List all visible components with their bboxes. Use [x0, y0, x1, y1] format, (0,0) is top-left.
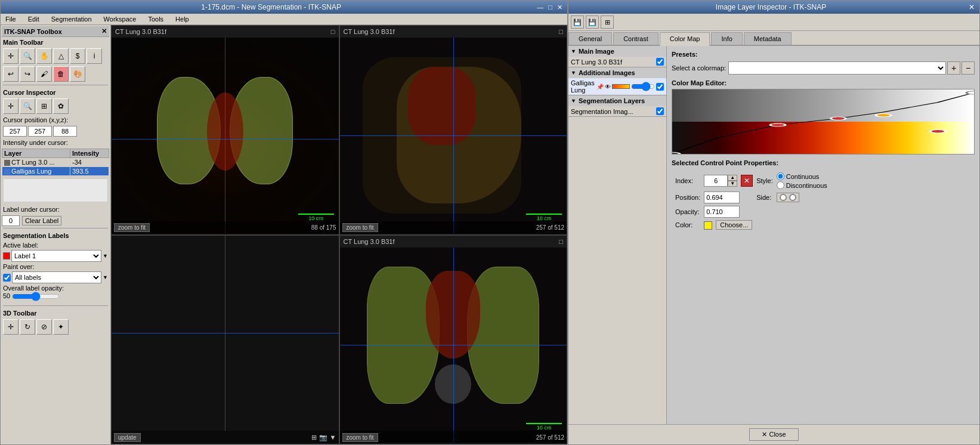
cursor-tool1[interactable]: ✛	[3, 98, 18, 114]
index-up-btn[interactable]: ▲	[728, 175, 737, 181]
minimize-btn[interactable]: —	[537, 4, 543, 11]
galligas-eye-icon[interactable]: 👁	[605, 84, 611, 90]
cursor-tool2[interactable]: 🔍	[20, 98, 35, 114]
cp-delete-btn[interactable]: ✕	[741, 175, 753, 187]
insp-tool-save1[interactable]: 💾	[571, 16, 584, 29]
3d-tool3[interactable]: ⊘	[36, 319, 52, 335]
paint-over-checkbox[interactable]	[3, 274, 11, 282]
style-label: Style:	[756, 177, 773, 184]
tab-contrast[interactable]: Contrast	[613, 32, 659, 45]
vp-blank-icon1[interactable]: ⊞	[311, 434, 317, 441]
menu-help[interactable]: Help	[173, 15, 191, 23]
tool-palette[interactable]: 🎨	[70, 66, 85, 82]
tool-crosshair[interactable]: ✛	[3, 48, 18, 64]
tool-pan[interactable]: ✋	[36, 48, 52, 64]
clear-label-btn[interactable]: Clear Label	[22, 216, 61, 225]
toolbar-3d-row: ✛ ↻ ⊘ ✦	[2, 318, 109, 336]
colormap-canvas[interactable]	[672, 89, 975, 154]
label-number-input[interactable]	[2, 215, 20, 226]
viewport-grid: CT Lung 3.0 B31f □ ≡ ⊞ A P R L	[111, 25, 567, 444]
tab-info[interactable]: Info	[711, 32, 742, 45]
vp-blank-icon2[interactable]: 📷	[319, 434, 327, 441]
cursor-tool3[interactable]: ⊞	[36, 98, 52, 114]
discontinuous-radio[interactable]	[777, 181, 784, 189]
content-area: ITK-SNAP Toolbox ✕ Main Toolbar ✛ 🔍 ✋ △ …	[1, 25, 567, 444]
seg-layer-visible[interactable]	[656, 107, 664, 115]
cp1	[770, 123, 785, 126]
index-down-btn[interactable]: ▼	[728, 181, 737, 187]
tool-paintbucket[interactable]: 🗑	[53, 66, 69, 82]
tool-undo[interactable]: ↩	[3, 66, 18, 82]
menu-tools[interactable]: Tools	[146, 15, 166, 23]
3d-tool1[interactable]: ✛	[3, 319, 18, 335]
menu-file[interactable]: File	[3, 15, 18, 23]
main-image-visible[interactable]	[656, 58, 664, 66]
cursor-y-input[interactable]: 257	[28, 126, 52, 137]
insp-tool-save2[interactable]: 💾	[586, 16, 599, 29]
seg-layers-header[interactable]: ▼ Segmentation Layers	[568, 95, 666, 106]
intensity-table: Layer Intensity CT Lung 3.0 ... -34 Gall…	[2, 149, 109, 176]
galligas-opacity-slider[interactable]	[631, 84, 655, 89]
vp-axial-corner[interactable]: □	[331, 28, 335, 35]
toolbox-close-icon[interactable]: ✕	[101, 27, 107, 35]
galligas-colorbar	[612, 84, 630, 89]
tab-colormap[interactable]: Color Map	[660, 32, 710, 46]
color-label-cell: Color:	[675, 220, 700, 230]
additional-images-header[interactable]: ▼ Additional Images	[568, 67, 666, 78]
cp-opacity-input[interactable]	[704, 206, 740, 218]
vp-cor-zoom-btn[interactable]: zoom to fit	[342, 433, 378, 442]
vp-blank-canvas[interactable]	[112, 236, 339, 431]
vp-sag-zoom-btn[interactable]: zoom to fit	[342, 223, 378, 232]
colormap-select[interactable]	[728, 61, 946, 75]
tool-redo[interactable]: ↪	[20, 66, 35, 82]
vp-cor-canvas[interactable]: S I R L	[340, 248, 567, 443]
vp-cor-corner[interactable]: □	[559, 238, 563, 245]
color-swatch[interactable]	[704, 221, 712, 230]
vp-sag-canvas[interactable]: S I A P	[340, 38, 567, 233]
main-image-header[interactable]: ▼ Main Image	[568, 46, 666, 57]
tab-metadata[interactable]: Metadata	[744, 32, 792, 45]
continuous-radio[interactable]	[777, 172, 784, 180]
vp-blank-icon3[interactable]: ▼	[330, 434, 336, 441]
cursor-x-input[interactable]: 257	[3, 126, 27, 137]
cursor-tool4[interactable]: ✿	[53, 98, 69, 114]
index-input[interactable]	[704, 175, 728, 187]
tool-annotation[interactable]: i	[86, 48, 102, 64]
vp-axial-canvas[interactable]: A P R L	[112, 38, 339, 233]
close-win-btn[interactable]: ✕	[557, 4, 562, 11]
vp-blank-update-btn[interactable]: update	[114, 433, 141, 442]
insp-tool-grid[interactable]: ⊞	[601, 16, 614, 29]
maximize-btn[interactable]: □	[548, 4, 552, 11]
tab-general[interactable]: General	[568, 32, 612, 45]
vp-axial-header: CT Lung 3.0 B31f □	[112, 28, 339, 35]
label-select[interactable]: Label 1	[11, 250, 101, 262]
cm-add-btn[interactable]: +	[947, 61, 960, 75]
toolbar-3d-label: 3D Toolbar	[2, 308, 109, 318]
side-toggle[interactable]	[777, 193, 799, 202]
menu-edit[interactable]: Edit	[26, 15, 42, 23]
inspector-close-button[interactable]: ✕ Close	[749, 428, 798, 441]
position-input[interactable]	[704, 191, 740, 203]
inspector-close-btn[interactable]: ✕	[969, 3, 975, 11]
cm-remove-btn[interactable]: −	[962, 61, 975, 75]
choose-color-btn[interactable]: Choose...	[716, 220, 752, 230]
vp-sag-corner[interactable]: □	[559, 28, 563, 35]
3d-tool4[interactable]: ✦	[53, 319, 69, 335]
scale-text-sag: 10 cm	[537, 215, 552, 221]
paint-over-select[interactable]: All labels	[12, 271, 101, 283]
tool-zoom[interactable]: 🔍	[20, 48, 35, 64]
intensity-row-galligas: Galligas Lung 393.5	[2, 167, 109, 176]
tool-brush[interactable]: 🖌	[36, 66, 52, 82]
opacity-slider[interactable]	[12, 292, 60, 301]
3d-tool2[interactable]: ↻	[20, 319, 35, 335]
menu-segmentation[interactable]: Segmentation	[49, 15, 94, 23]
label-dropdown-arrow: ▼	[103, 253, 108, 259]
galligas-pin-icon[interactable]: 📌	[596, 84, 604, 90]
presets-row: Presets:	[672, 51, 975, 58]
tool-snake[interactable]: $	[70, 48, 85, 64]
tool-polygon[interactable]: △	[53, 48, 69, 64]
galligas-visible[interactable]	[656, 83, 664, 91]
cursor-z-input[interactable]: 88	[53, 126, 77, 137]
vp-axial-zoom-btn[interactable]: zoom to fit	[114, 223, 150, 232]
menu-workspace[interactable]: Workspace	[101, 15, 139, 23]
